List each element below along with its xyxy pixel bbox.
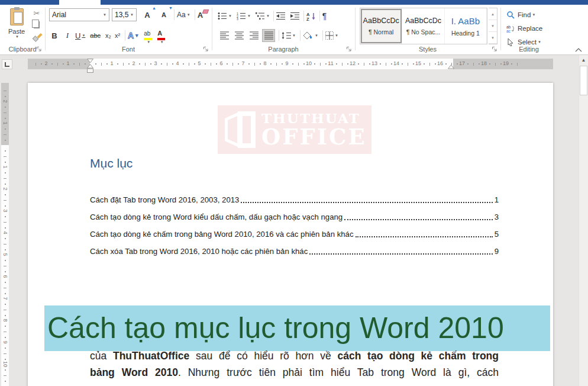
ruler-tick	[386, 63, 386, 66]
increase-indent-button[interactable]	[290, 9, 300, 22]
toc-dot-leader	[344, 214, 492, 220]
ruler-tick	[5, 271, 6, 272]
paragraph-dialog-launcher[interactable]	[346, 46, 352, 52]
format-painter-button[interactable]	[31, 31, 43, 43]
ruler-tick	[4, 134, 7, 135]
show-paragraph-marks-button[interactable]: ¶	[322, 9, 327, 22]
ruler-tick	[205, 63, 206, 65]
font-name-value: Arial	[52, 11, 66, 19]
ruler-tick	[4, 178, 7, 179]
align-center-button[interactable]	[232, 29, 245, 42]
caret-down-icon: ▼	[169, 6, 173, 10]
italic-button[interactable]: I	[62, 29, 73, 42]
ruler-tick	[408, 63, 408, 66]
ruler-tick	[402, 63, 403, 65]
vertical-scrollbar[interactable]: ▲	[579, 55, 588, 386]
font-size-combobox[interactable]: 13,5 ▼	[112, 8, 137, 21]
text-effects-button[interactable]: A▼	[128, 29, 138, 42]
borders-button[interactable]: ▼	[325, 29, 338, 42]
clipboard-group: Paste ▼ ✂ Clipboard	[0, 5, 45, 54]
ruler-tick	[4, 222, 7, 223]
ruler-tick	[457, 63, 458, 65]
style-gallery-item[interactable]: AaBbCcDc¶ Normal	[360, 8, 402, 44]
ruler-tick	[5, 172, 6, 173]
document-page[interactable]: THUTHUAT OFFICE Mục lục Cách đặt Tab tro…	[28, 83, 553, 386]
chevron-down-icon: ▼	[315, 34, 318, 37]
shrink-font-button[interactable]: A▼	[159, 8, 169, 21]
ruler-tick	[101, 63, 102, 66]
ruler-number: 2	[130, 60, 138, 66]
tab-selector-button[interactable]	[2, 59, 12, 69]
align-left-button[interactable]	[218, 29, 231, 42]
ruler-tick	[303, 63, 305, 65]
styles-dialog-launcher[interactable]	[492, 46, 497, 52]
bullets-button[interactable]: ▼	[218, 9, 232, 22]
multilevel-list-button[interactable]: ▼	[256, 9, 270, 22]
eraser-icon	[202, 9, 209, 14]
ruler-tick	[5, 162, 6, 163]
toc-entry-title: Cách xóa Tab trong Word 2016, 2010 hoặc …	[90, 247, 308, 256]
cut-button[interactable]: ✂	[31, 7, 43, 19]
subscript-button[interactable]: x₂	[105, 29, 111, 42]
scroll-up-button[interactable]: ▲	[579, 55, 588, 65]
grow-font-button[interactable]: A▲	[143, 8, 152, 21]
find-button[interactable]: Find▼	[506, 9, 535, 21]
ribbon-tab-strip	[0, 0, 588, 5]
toc-entry[interactable]: Cách đặt Tab trong Word 2016, 2003, 2013…	[90, 191, 499, 208]
strikethrough-button[interactable]: abc	[90, 29, 101, 42]
ruler-tick	[511, 63, 512, 65]
clipboard-dialog-launcher[interactable]	[36, 46, 42, 52]
ruler-tick	[5, 337, 6, 338]
justify-button[interactable]	[262, 29, 275, 42]
ruler-number: 9	[283, 60, 291, 66]
numbering-button[interactable]: 123 ▼	[237, 9, 251, 22]
ruler-tick	[63, 63, 64, 65]
change-case-button[interactable]: Aa▼	[177, 8, 190, 21]
toc-entry-title: Cách đặt Tab trong Word 2016, 2003, 2013	[90, 195, 239, 204]
horizontal-ruler[interactable]: 2112345678910111213141516171819	[28, 59, 553, 69]
ruler-number: 5	[2, 252, 8, 258]
collapse-ribbon-button[interactable]	[575, 48, 582, 52]
chevron-down-icon: ▼	[266, 14, 270, 18]
paragraph-group: ▼ 123 ▼ ▼ AZ ¶	[212, 5, 355, 54]
underline-button[interactable]: U▼	[75, 29, 85, 42]
chevron-down-icon: ▼	[160, 40, 164, 44]
svg-text:3: 3	[237, 17, 238, 20]
text-highlight-button[interactable]: ab▼	[144, 29, 152, 42]
ruler-tick	[51, 63, 53, 65]
sort-button[interactable]: AZ	[306, 9, 316, 22]
paste-button[interactable]: Paste ▼	[3, 7, 30, 47]
scrollbar-thumb[interactable]	[580, 66, 587, 95]
decrease-indent-button[interactable]	[276, 9, 286, 22]
ruler-tick	[5, 140, 6, 141]
toc-entry[interactable]: Cách tạo dòng kẻ trong Word kiểu dấu chấ…	[90, 208, 499, 226]
styles-scroll-down-button[interactable]: ▼	[489, 20, 497, 32]
font-color-button[interactable]: A▼	[157, 29, 165, 42]
right-indent-marker[interactable]	[447, 64, 455, 69]
style-gallery-item[interactable]: I. AaBbHeading 1	[445, 8, 487, 44]
shading-button[interactable]: ▼	[303, 29, 318, 42]
body-text-segment: . Nhưng trước tiên phải tìm hiểu Tab tro…	[178, 366, 499, 378]
style-gallery-item[interactable]: AaBbCcDc¶ No Spac...	[402, 8, 444, 44]
toc-entry[interactable]: Cách xóa Tab trong Word 2016, 2010 hoặc …	[90, 243, 499, 260]
ruler-number: 10	[305, 60, 313, 66]
superscript-button[interactable]: x²	[115, 29, 120, 42]
font-dialog-launcher[interactable]	[203, 46, 209, 52]
vertical-ruler[interactable]: 2112345678910	[1, 83, 9, 386]
clear-formatting-button[interactable]: A	[198, 8, 203, 21]
ruler-tick	[254, 63, 255, 66]
styles-scroll-up-button[interactable]: ▲	[489, 8, 497, 20]
align-right-button[interactable]	[247, 29, 260, 42]
styles-more-button[interactable]: ▼	[489, 32, 497, 44]
replace-button[interactable]: abac Replace	[506, 22, 542, 34]
ruler-tick	[325, 63, 327, 65]
copy-button[interactable]	[31, 19, 43, 31]
ruler-number: 8	[261, 60, 269, 66]
chevron-down-icon: ▼	[335, 34, 338, 37]
line-spacing-button[interactable]: ▼	[282, 29, 296, 42]
font-group: Arial ▼ 13,5 ▼ A▲ A▼ Aa▼ A B I U▼ abc x₂…	[45, 5, 212, 54]
font-name-combobox[interactable]: Arial ▼	[49, 8, 109, 21]
bold-button[interactable]: B	[49, 29, 60, 42]
indent-markers[interactable]	[86, 58, 94, 74]
toc-entry[interactable]: Cách tạo dòng kẻ chấm trong bảng Word 20…	[90, 226, 499, 243]
